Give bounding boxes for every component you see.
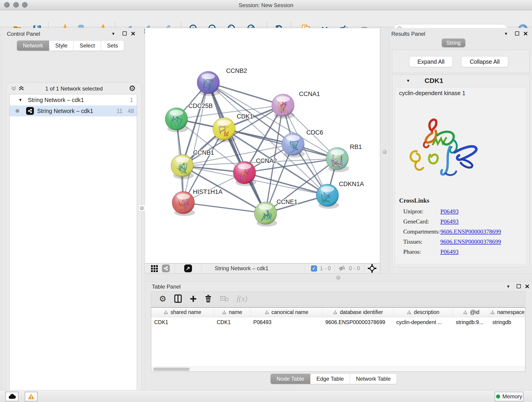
gene-name: CDK1 (424, 77, 443, 85)
string-view-badge-icon[interactable] (162, 264, 170, 272)
crosslinks-title: CrossLinks (399, 197, 429, 204)
table-panel-menu-icon[interactable]: ▼ (506, 284, 510, 289)
tab-network-table[interactable]: Network Table (350, 374, 397, 384)
table-tabs: Node TableEdge TableNetwork Table (270, 374, 397, 384)
table-cell[interactable]: cyclin-dependent ... (393, 319, 453, 325)
toolbar-separator (335, 265, 335, 272)
crosslink-link[interactable]: P06493 (440, 249, 458, 255)
table-cell[interactable]: 9606.ENSP00000378699 (322, 319, 393, 325)
network-edge-count: 48 (128, 108, 134, 114)
network-collection-row[interactable]: ▼ String Network – cdk1 1 (10, 95, 137, 105)
control-panel-float-icon[interactable] (123, 32, 127, 36)
toolbar-separator (202, 263, 202, 274)
toolbar-separator (364, 263, 364, 274)
column-header-description[interactable]: description (393, 307, 453, 317)
crosslink-label: Pharos: (403, 249, 440, 255)
crosslink-link[interactable]: 9606.ENSP00000378699 (440, 228, 501, 235)
table-options-gear-icon[interactable]: ⚙ (159, 294, 166, 303)
memory-button[interactable]: Memory (495, 392, 524, 401)
node-label-CCNA2: CCNA2 (256, 157, 277, 164)
table-cell[interactable]: stringdb:9... (453, 319, 489, 325)
crosshair-icon[interactable] (367, 264, 377, 273)
tab-select[interactable]: Select (74, 40, 101, 51)
results-panel-close-icon[interactable]: ✕ (523, 30, 528, 37)
left-splitter-handle[interactable] (138, 205, 145, 211)
birds-eye-grid-icon[interactable] (151, 264, 159, 273)
column-header-shared-name[interactable]: shared name (151, 307, 214, 317)
node-label-CDC25B: CDC25B (188, 102, 213, 109)
collapse-all-button[interactable]: Collapse All (461, 56, 508, 67)
crosslink-link[interactable]: 9606.ENSP00000378699 (440, 238, 501, 245)
selected-checkbox-icon[interactable]: ✓ (311, 265, 317, 272)
network-status-dot-icon (16, 109, 19, 113)
column-header-@id[interactable]: @id (453, 307, 489, 317)
crosslink-link[interactable]: P06493 (440, 208, 458, 215)
collection-label: String Network – cdk1 (28, 97, 84, 103)
expand-all-button[interactable]: Expand All (409, 56, 453, 67)
vertical-splitter[interactable] (380, 28, 389, 274)
horizontal-splitter[interactable] (145, 274, 532, 282)
network-tree: ▼ String Network – cdk1 1 String Network… (9, 94, 137, 402)
network-row-selected[interactable]: String Network – cdk1 11 48 (10, 105, 137, 116)
table-row[interactable]: CDK1CDK1P064939606.ENSP00000378699cyclin… (151, 317, 525, 327)
network-edge[interactable] (183, 203, 266, 213)
tab-sets[interactable]: Sets (101, 40, 124, 51)
results-panel-float-icon[interactable] (515, 32, 519, 36)
control-panel-menu-icon[interactable]: ▼ (111, 32, 115, 36)
table-panel-float-icon[interactable] (517, 284, 521, 288)
crosslink-link[interactable]: P06493 (440, 218, 458, 225)
right-splitter-handle[interactable] (383, 150, 387, 154)
cloud-status-button[interactable] (5, 392, 19, 401)
network-label: String Network – cdk1 (37, 108, 93, 114)
results-panel-title: Results Panel (391, 31, 425, 37)
selected-count: 1 - 0 (320, 265, 331, 272)
column-type-icon (463, 310, 468, 315)
node-label-RB1: RB1 (350, 143, 362, 150)
results-panel-menu-icon[interactable]: ▼ (504, 32, 508, 36)
delete-table-icon (220, 295, 229, 302)
control-panel-close-icon[interactable]: ✕ (131, 30, 136, 37)
column-header-canonical-name[interactable]: canonical name (250, 307, 322, 317)
table-toolbar: ⚙ + f(x) (151, 292, 525, 306)
network-canvas[interactable]: CCNB2CCNA1CDC25BCDK1CDC6RB1CCNB1CCNA2CDK… (145, 28, 380, 263)
collection-expander-icon[interactable]: ▼ (18, 98, 22, 102)
memory-ok-dot-icon (496, 395, 500, 399)
warning-icon (28, 393, 35, 400)
tab-string[interactable]: String (442, 38, 465, 47)
add-column-icon[interactable]: + (190, 295, 196, 302)
network-graph[interactable]: CCNB2CCNA1CDC25BCDK1CDC6RB1CCNB1CCNA2CDK… (145, 28, 380, 263)
column-header-namespace[interactable]: namespace (489, 307, 525, 317)
open-external-icon[interactable] (184, 264, 192, 272)
scrollbar-thumb[interactable] (153, 368, 190, 371)
column-header-name[interactable]: name (214, 307, 250, 317)
control-panel-title: Control Panel (7, 31, 40, 37)
column-header-database-identifier[interactable]: database identifier (322, 307, 393, 317)
tab-style[interactable]: Style (49, 40, 74, 51)
gene-card: ▼ CDK1 cyclin-dependent kinase 1 (392, 75, 529, 267)
table-horizontal-scrollbar[interactable] (151, 366, 525, 371)
network-options-gear-icon[interactable]: ⚙ (129, 84, 136, 93)
node-label-CDKN1A: CDKN1A (339, 181, 364, 187)
gene-card-collapse-icon[interactable]: ▼ (406, 79, 410, 83)
network-panel-box: 1 of 1 Network selected ⚙ ▼ String Netwo… (6, 83, 142, 402)
node-table[interactable]: shared namenamecanonical namedatabase id… (151, 307, 525, 372)
hidden-eye-slash-icon (338, 265, 347, 272)
delete-column-trash-icon[interactable] (205, 294, 212, 303)
toolbar-separator (305, 263, 305, 274)
table-cell[interactable]: CDK1 (214, 319, 250, 325)
network-edge[interactable] (208, 83, 283, 105)
tab-edge-table[interactable]: Edge Table (310, 374, 350, 384)
bottom-splitter-handle[interactable] (336, 275, 340, 280)
table-cell[interactable]: P06493 (250, 319, 322, 325)
table-cell[interactable]: CDK1 (151, 319, 214, 325)
crosslinks-list: Uniprot:P06493GeneCard:P06493Compartment… (403, 205, 522, 255)
table-panel-close-icon[interactable]: ✕ (525, 283, 530, 290)
warning-status-button[interactable] (25, 392, 38, 401)
network-edge[interactable] (183, 83, 208, 203)
table-cell[interactable]: stringdb (489, 319, 525, 325)
tab-node-table[interactable]: Node Table (270, 374, 310, 384)
tab-network[interactable]: Network (17, 40, 49, 51)
window-title: Session: New Session (0, 2, 532, 8)
show-columns-icon[interactable] (174, 294, 182, 303)
control-panel-tabs: NetworkStyleSelectSets (17, 40, 124, 51)
